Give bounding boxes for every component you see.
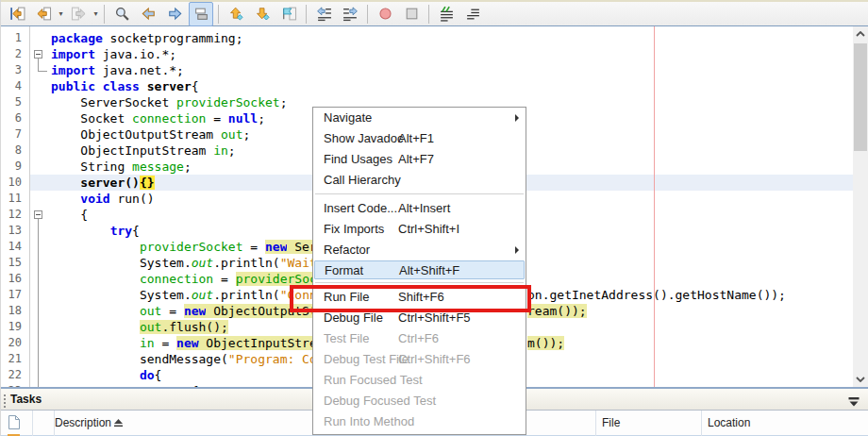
code-line: import java.io.*; xyxy=(51,46,176,62)
jump-last-edit-icon xyxy=(9,6,25,22)
scroll-down-arrow-icon[interactable] xyxy=(853,372,868,387)
uncomment-button[interactable] xyxy=(460,2,485,26)
line-number: 16 xyxy=(1,271,22,287)
menu-item-show-javadoc[interactable]: Show JavadocAlt+F1 xyxy=(313,128,526,149)
find-previous-button[interactable] xyxy=(136,2,160,26)
run-file-annotation xyxy=(290,285,531,312)
scroll-up-arrow-icon[interactable] xyxy=(853,26,868,42)
fold-guide-line xyxy=(38,59,39,71)
line-number: 2 xyxy=(1,46,22,62)
toolbar-separator xyxy=(306,5,307,24)
shift-line-right-button[interactable] xyxy=(338,2,362,26)
shift-left-icon xyxy=(316,6,332,22)
code-line: ObjectOutputStream out; xyxy=(51,126,250,143)
toggle-bookmark-icon xyxy=(281,6,297,22)
menu-item-refactor[interactable]: Refactor xyxy=(313,240,526,260)
previous-bookmark-icon xyxy=(228,6,244,22)
dropdown-arrow-icon[interactable]: ▾ xyxy=(57,9,65,18)
menu-item-label: Test File xyxy=(324,328,369,349)
line-number: 6 xyxy=(1,110,22,126)
line-number: 7 xyxy=(1,126,22,143)
code-line: public class server{ xyxy=(51,78,199,94)
code-line: { xyxy=(51,207,88,223)
submenu-arrow-icon xyxy=(515,114,519,122)
submenu-arrow-icon xyxy=(515,246,519,254)
back-button[interactable] xyxy=(31,2,56,26)
menu-item-label: Fix Imports xyxy=(324,219,384,240)
line-number: 18 xyxy=(1,303,22,319)
fold-toggle-icon[interactable] xyxy=(34,210,42,219)
stop-macro-recording-button[interactable] xyxy=(399,2,424,26)
menu-item-shortcut: Ctrl+Shift+I xyxy=(398,219,459,240)
code-line: try{ xyxy=(51,223,140,239)
line-number: 1 xyxy=(1,30,22,46)
code-line: package socketprogramming; xyxy=(51,30,243,46)
code-line: do{ xyxy=(51,367,161,383)
find-selection-icon xyxy=(114,6,130,22)
menu-item-find-usages[interactable]: Find UsagesAlt+F7 xyxy=(313,149,526,170)
menu-item-navigate[interactable]: Navigate xyxy=(313,108,526,128)
previous-bookmark-button[interactable] xyxy=(224,2,248,26)
find-selection-button[interactable] xyxy=(109,2,134,26)
column-header-location[interactable]: Location xyxy=(708,416,750,429)
jump-last-edit-location-button[interactable] xyxy=(5,2,29,26)
code-line: void run() xyxy=(51,191,155,207)
line-number: 8 xyxy=(1,143,22,159)
line-number: 19 xyxy=(1,319,22,335)
toolbar-separator xyxy=(428,5,429,24)
menu-item-label: Run Into Method xyxy=(324,411,414,432)
column-header-description[interactable]: Description xyxy=(55,416,123,429)
line-number: 14 xyxy=(1,239,22,255)
record-macro-icon xyxy=(377,6,393,22)
fold-guide-corner xyxy=(38,71,47,72)
gutter-separator xyxy=(29,26,30,387)
forward-button xyxy=(66,2,91,26)
menu-separator xyxy=(313,191,526,198)
menu-item-format[interactable]: FormatAlt+Shift+F xyxy=(314,260,525,279)
toggle-bookmark-button[interactable] xyxy=(276,2,301,26)
column-header-file[interactable]: File xyxy=(602,416,620,429)
line-number: 12 xyxy=(1,207,22,223)
fold-toggle-icon[interactable] xyxy=(34,50,42,59)
editor-scrollbar[interactable] xyxy=(853,26,868,387)
scrollbar-thumb[interactable] xyxy=(854,43,867,151)
code-line: import java.net.*; xyxy=(51,62,184,78)
menu-item-label: Show Javadoc xyxy=(324,128,404,149)
toggle-highlight-search-button[interactable] xyxy=(189,2,213,26)
menu-item-shortcut: Alt+Insert xyxy=(398,198,450,219)
panel-grip-icon xyxy=(4,394,6,408)
menu-item-call-hierarchy[interactable]: Call Hierarchy xyxy=(313,170,526,191)
menu-item-shortcut: Ctrl+F6 xyxy=(398,328,439,349)
menu-item-label: Insert Code... xyxy=(324,198,397,219)
forward-icon xyxy=(71,6,87,22)
line-number: 21 xyxy=(1,351,22,367)
code-line: String message; xyxy=(51,159,192,175)
menu-item-fix-imports[interactable]: Fix ImportsCtrl+Shift+I xyxy=(313,219,526,240)
find-next-button[interactable] xyxy=(162,2,187,26)
menu-item-test-file: Test FileCtrl+F6 xyxy=(313,328,526,349)
editor-toolbar: ▾▾ xyxy=(1,0,868,26)
menu-item-debug-test-file: Debug Test FileCtrl+Shift+F6 xyxy=(313,349,526,370)
menu-item-label: Refactor xyxy=(324,240,370,260)
line-number: 15 xyxy=(1,255,22,271)
toolbar-separator xyxy=(218,5,219,24)
line-number: 10 xyxy=(1,175,22,191)
start-macro-recording-button[interactable] xyxy=(373,2,397,26)
netbeans-editor-window: ▾▾ 1package socketprogramming;2import ja… xyxy=(0,0,868,436)
menu-item-label: Format xyxy=(325,261,363,280)
dropdown-arrow-icon: ▾ xyxy=(92,9,100,18)
toggle-highlight-icon xyxy=(193,6,209,22)
menu-item-debug-focused-test: Debug Focused Test xyxy=(313,391,526,411)
code-line: Socket connection = null; xyxy=(51,110,265,126)
menu-item-shortcut: Alt+F1 xyxy=(398,128,434,149)
fold-guide-line xyxy=(38,219,39,387)
menu-item-label: Find Usages xyxy=(324,149,392,170)
context-menu: NavigateShow JavadocAlt+F1Find UsagesAlt… xyxy=(312,107,526,435)
menu-item-insert-code[interactable]: Insert Code...Alt+Insert xyxy=(313,198,526,219)
shift-line-left-button[interactable] xyxy=(311,2,336,26)
task-type-icon xyxy=(8,414,21,434)
comment-button[interactable] xyxy=(434,2,459,26)
menu-item-label: Debug Focused Test xyxy=(324,391,436,411)
minimize-window-group-icon[interactable] xyxy=(848,394,860,405)
next-bookmark-button[interactable] xyxy=(250,2,275,26)
